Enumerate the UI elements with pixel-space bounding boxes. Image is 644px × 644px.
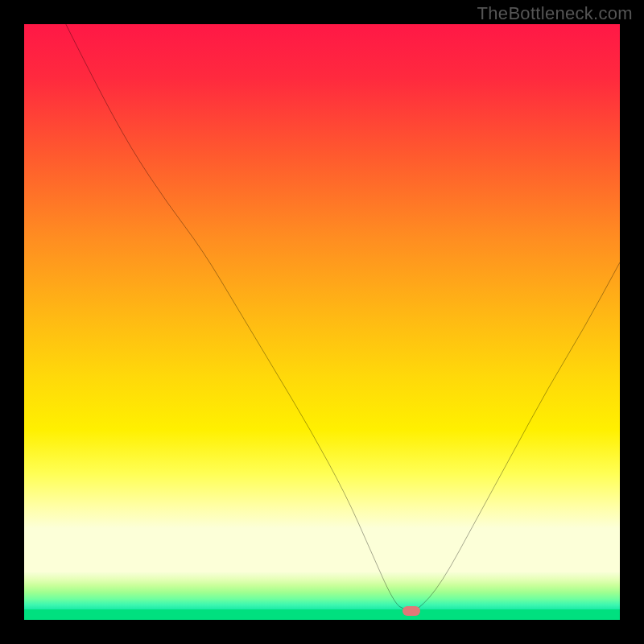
watermark-text: TheBottleneck.com [477,3,633,24]
bottleneck-curve [24,24,620,620]
chart-frame: TheBottleneck.com [0,0,644,644]
optimal-marker [402,606,420,616]
plot-area [24,24,620,620]
